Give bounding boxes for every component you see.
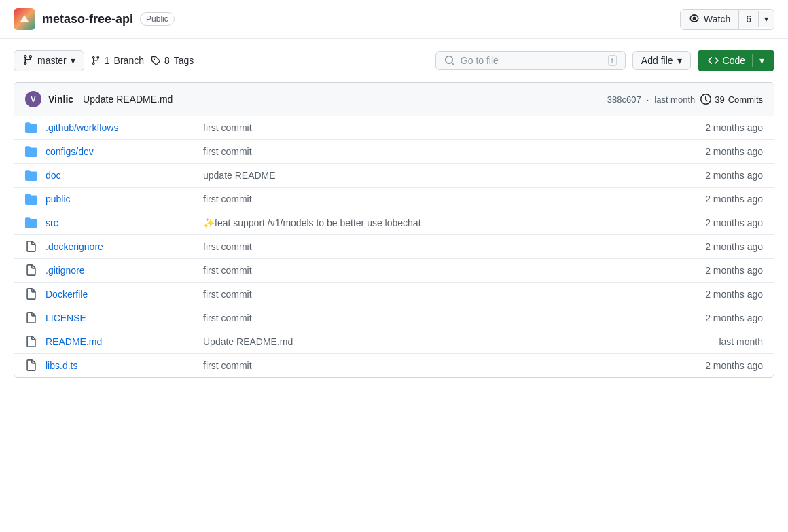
file-commit-message: first commit bbox=[203, 289, 673, 300]
file-name[interactable]: .github/workflows bbox=[46, 122, 195, 133]
commit-meta: 388c607 · last month 39 Commits bbox=[607, 94, 763, 105]
commits-count: 39 bbox=[715, 94, 724, 105]
file-icon bbox=[25, 336, 37, 348]
file-time: 2 months ago bbox=[681, 194, 763, 205]
folder-icon bbox=[25, 169, 37, 181]
repo-logo bbox=[14, 8, 35, 30]
commit-message[interactable]: Update README.md bbox=[83, 94, 173, 105]
header: metaso-free-api Public Watch 6 ▾ bbox=[0, 0, 788, 39]
file-commit-message: Update README.md bbox=[203, 336, 673, 347]
code-chevron-icon: ▾ bbox=[759, 55, 764, 66]
folder-icon bbox=[25, 193, 37, 205]
table-row[interactable]: .github/workflows first commit 2 months … bbox=[14, 116, 774, 140]
commits-label: Commits bbox=[728, 94, 763, 105]
commit-hash: 388c607 bbox=[607, 94, 641, 105]
watch-count: 6 bbox=[739, 10, 758, 28]
eye-icon bbox=[689, 13, 700, 26]
file-icon bbox=[25, 312, 37, 324]
file-commit-message: first commit bbox=[203, 360, 673, 371]
clock-icon bbox=[700, 94, 711, 105]
folder-icon bbox=[25, 217, 37, 229]
file-commit-message: first commit bbox=[203, 122, 673, 133]
file-commit-message: first commit bbox=[203, 146, 673, 157]
file-name[interactable]: LICENSE bbox=[46, 313, 195, 323]
tag-count: 8 bbox=[164, 55, 170, 66]
file-commit-message: ✨feat support /v1/models to be better us… bbox=[203, 217, 673, 228]
file-name[interactable]: src bbox=[46, 217, 195, 228]
file-time: 2 months ago bbox=[681, 360, 763, 371]
file-commit-message: first commit bbox=[203, 194, 673, 205]
file-rows-container: .github/workflows first commit 2 months … bbox=[14, 116, 774, 377]
file-time: 2 months ago bbox=[681, 146, 763, 157]
table-row[interactable]: .gitignore first commit 2 months ago bbox=[14, 259, 774, 283]
watch-button[interactable]: Watch 6 ▾ bbox=[680, 9, 774, 30]
tag-text: Tags bbox=[174, 55, 194, 66]
commit-username[interactable]: Vinlic bbox=[48, 94, 73, 105]
file-commit-message: first commit bbox=[203, 313, 673, 323]
table-row[interactable]: libs.d.ts first commit 2 months ago bbox=[14, 354, 774, 377]
branch-count: 1 bbox=[105, 55, 110, 66]
table-row[interactable]: Dockerfile first commit 2 months ago bbox=[14, 283, 774, 306]
file-time: 2 months ago bbox=[681, 217, 763, 228]
branch-count-info[interactable]: 1 Branch bbox=[91, 55, 144, 66]
file-name[interactable]: configs/dev bbox=[46, 146, 195, 157]
commit-time: last month bbox=[654, 94, 695, 105]
code-label: Code bbox=[723, 55, 745, 66]
watch-main[interactable]: Watch bbox=[681, 10, 739, 29]
file-time: 2 months ago bbox=[681, 265, 763, 276]
tag-icon bbox=[151, 56, 160, 65]
branch-icon-small bbox=[91, 56, 101, 65]
table-row[interactable]: README.md Update README.md last month bbox=[14, 330, 774, 354]
git-branch-icon bbox=[22, 54, 33, 67]
file-time: last month bbox=[681, 336, 763, 347]
branch-chevron-icon: ▾ bbox=[71, 55, 75, 66]
branch-selector[interactable]: master ▾ bbox=[14, 50, 84, 71]
file-commit-message: first commit bbox=[203, 241, 673, 252]
file-time: 2 months ago bbox=[681, 289, 763, 300]
watch-label: Watch bbox=[704, 14, 730, 24]
file-commit-message: first commit bbox=[203, 265, 673, 276]
file-time: 2 months ago bbox=[681, 313, 763, 323]
search-icon bbox=[444, 55, 455, 66]
chevron-down-icon[interactable]: ▾ bbox=[758, 11, 774, 27]
file-time: 2 months ago bbox=[681, 241, 763, 252]
avatar: V bbox=[25, 91, 41, 107]
file-table: V Vinlic Update README.md 388c607 · last… bbox=[14, 82, 774, 378]
folder-icon bbox=[25, 122, 37, 134]
file-icon bbox=[25, 288, 37, 300]
file-name[interactable]: .dockerignore bbox=[46, 241, 195, 252]
table-row[interactable]: LICENSE first commit 2 months ago bbox=[14, 306, 774, 330]
file-name[interactable]: libs.d.ts bbox=[46, 360, 195, 371]
file-icon bbox=[25, 264, 37, 277]
file-name[interactable]: doc bbox=[46, 170, 195, 181]
code-icon bbox=[708, 55, 719, 66]
file-icon bbox=[25, 359, 37, 372]
table-row[interactable]: configs/dev first commit 2 months ago bbox=[14, 140, 774, 164]
commit-dot: · bbox=[647, 94, 649, 105]
file-icon bbox=[25, 241, 37, 253]
file-search-box[interactable]: t bbox=[435, 51, 626, 70]
table-row[interactable]: .dockerignore first commit 2 months ago bbox=[14, 235, 774, 259]
file-name[interactable]: .gitignore bbox=[46, 265, 195, 276]
add-file-label: Add file bbox=[641, 55, 673, 66]
file-time: 2 months ago bbox=[681, 170, 763, 181]
file-time: 2 months ago bbox=[681, 122, 763, 133]
search-input[interactable] bbox=[461, 55, 603, 66]
file-name[interactable]: README.md bbox=[46, 336, 195, 347]
repo-name[interactable]: metaso-free-api bbox=[42, 12, 133, 26]
folder-icon bbox=[25, 145, 37, 158]
table-row[interactable]: doc update README 2 months ago bbox=[14, 164, 774, 188]
code-button-divider bbox=[752, 54, 753, 67]
file-name[interactable]: Dockerfile bbox=[46, 289, 195, 300]
add-file-chevron-icon: ▾ bbox=[677, 55, 682, 66]
commits-link[interactable]: 39 Commits bbox=[700, 94, 763, 105]
add-file-button[interactable]: Add file ▾ bbox=[632, 51, 691, 70]
table-row[interactable]: public first commit 2 months ago bbox=[14, 188, 774, 211]
tag-count-info[interactable]: 8 Tags bbox=[151, 55, 194, 66]
table-row[interactable]: src ✨feat support /v1/models to be bette… bbox=[14, 211, 774, 235]
file-name[interactable]: public bbox=[46, 194, 195, 205]
search-shortcut-key: t bbox=[608, 55, 617, 66]
public-badge: Public bbox=[140, 12, 175, 26]
code-button[interactable]: Code ▾ bbox=[698, 50, 774, 71]
branch-text: Branch bbox=[114, 55, 144, 66]
